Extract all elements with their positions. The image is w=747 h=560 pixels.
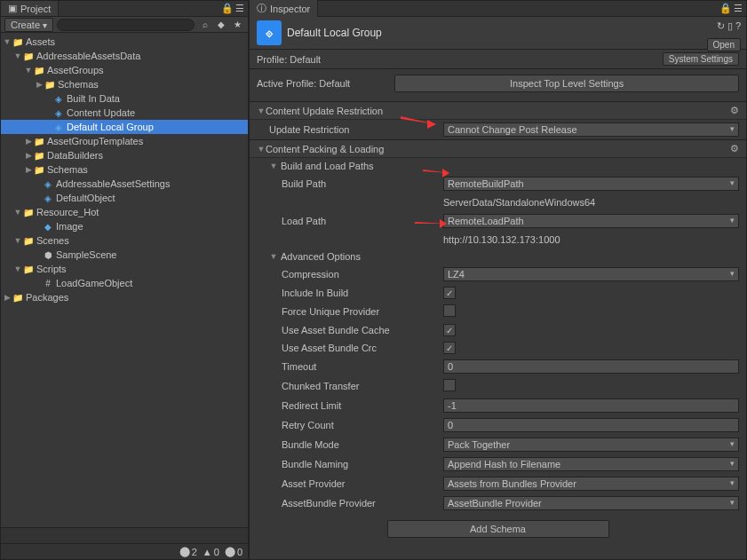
- group-icon: ⟐: [257, 20, 282, 45]
- use-cache-checkbox[interactable]: ✓: [443, 324, 456, 336]
- tree-packages[interactable]: ▶📁Packages: [1, 290, 248, 304]
- compression-dropdown[interactable]: LZ4: [443, 267, 739, 281]
- status-info[interactable]: ⬤0: [225, 546, 242, 557]
- profile-row: Profile: Default System Settings: [250, 50, 746, 69]
- sync-icon[interactable]: ↻: [717, 20, 725, 32]
- field-label: Build Path: [282, 178, 326, 189]
- tree-image[interactable]: ◆Image: [1, 219, 248, 233]
- timeout-field[interactable]: 0: [443, 359, 739, 374]
- project-tab[interactable]: ▣ Project: [1, 1, 59, 16]
- label-filter-icon[interactable]: ◆: [214, 20, 228, 29]
- project-search[interactable]: [57, 19, 195, 31]
- project-tab-label: Project: [20, 4, 51, 14]
- tree-scripts[interactable]: ▼📁Scripts: [1, 262, 248, 276]
- tree-schemas[interactable]: ▶📁Schemas: [1, 77, 248, 91]
- chunked-checkbox[interactable]: [443, 379, 456, 391]
- tree-assets[interactable]: ▼📁Assets: [1, 35, 248, 49]
- system-settings-button[interactable]: System Settings: [663, 52, 739, 66]
- force-unique-checkbox[interactable]: [443, 304, 456, 317]
- row-load-path-static: http://10.130.132.173:1000: [250, 231, 746, 248]
- tree-content-update[interactable]: ◈Content Update: [1, 106, 248, 120]
- tree-default-local-group[interactable]: ◈Default Local Group: [1, 120, 248, 134]
- row-force-unique: Force Unique Provider: [250, 302, 746, 321]
- row-build-load-paths[interactable]: ▼Build and Load Paths: [250, 158, 746, 174]
- row-advanced-options[interactable]: ▼Advanced Options: [250, 248, 746, 264]
- build-path-resolved: ServerData/StandaloneWindows64: [443, 196, 739, 209]
- row-update-restriction: Update Restriction Cannot Change Post Re…: [250, 120, 746, 139]
- section-content-packing[interactable]: ▼Content Packing & Loading ⚙: [250, 139, 746, 158]
- load-path-resolved: http://10.130.132.173:1000: [443, 233, 739, 246]
- project-panel: ▣ Project 🔒 ☰ Create ▾ ⌕ ◆ ★ ▼📁Assets ▼📁…: [0, 0, 249, 560]
- use-crc-checkbox[interactable]: ✓: [443, 342, 456, 354]
- tree-addressable-data[interactable]: ▼📁AddressableAssetsData: [1, 49, 248, 63]
- gear-icon[interactable]: ⚙: [730, 105, 739, 116]
- bundle-provider-dropdown[interactable]: AssetBundle Provider: [443, 496, 739, 510]
- field-label: Retry Count: [282, 420, 334, 430]
- tree-schemas-2[interactable]: ▶📁Schemas: [1, 162, 248, 177]
- create-button[interactable]: Create ▾: [4, 18, 53, 32]
- panel-menu-icon[interactable]: ☰: [235, 3, 244, 14]
- help-icon[interactable]: ?: [735, 20, 741, 32]
- redirect-field[interactable]: -1: [443, 398, 739, 413]
- tree-addressable-settings[interactable]: ◈AddressableAssetSettings: [1, 177, 248, 191]
- row-compression: Compression LZ4: [250, 264, 746, 284]
- field-label: Use Asset Bundle Crc: [282, 343, 377, 353]
- asset-provider-dropdown[interactable]: Assets from Bundles Provider: [443, 477, 739, 491]
- inspector-menu-icon[interactable]: ☰: [734, 3, 743, 14]
- tree-data-builders[interactable]: ▶📁DataBuilders: [1, 148, 248, 162]
- active-profile-row: Active Profile: Default Inspect Top Leve…: [250, 69, 746, 101]
- tree-scenes[interactable]: ▼📁Scenes: [1, 233, 248, 248]
- inspector-lock-icon[interactable]: 🔒: [719, 3, 732, 14]
- row-bundle-mode: Bundle Mode Pack Together: [250, 435, 746, 454]
- row-asset-provider: Asset Provider Assets from Bundles Provi…: [250, 474, 746, 493]
- field-label: Update Restriction: [269, 124, 350, 135]
- project-footer: ⬤2 ▲0 ⬤0: [1, 527, 248, 559]
- inspector-tab-label: Inspector: [270, 4, 310, 14]
- retry-field[interactable]: 0: [443, 418, 739, 432]
- tag-icon[interactable]: ▯: [727, 20, 733, 32]
- tree-asset-groups[interactable]: ▼📁AssetGroups: [1, 63, 248, 77]
- field-label: Use Asset Bundle Cache: [282, 325, 390, 335]
- field-label: Bundle Mode: [282, 439, 339, 450]
- warn-icon: ⬤: [179, 546, 190, 557]
- status-errors[interactable]: ▲0: [203, 547, 219, 557]
- row-use-cache: Use Asset Bundle Cache ✓: [250, 321, 746, 339]
- build-path-dropdown[interactable]: RemoteBuildPath: [443, 177, 739, 191]
- section-content-update[interactable]: ▼Content Update Restriction ⚙: [250, 101, 746, 120]
- open-button[interactable]: Open: [707, 38, 741, 51]
- gear-icon[interactable]: ⚙: [730, 143, 739, 154]
- tree-resource-hot[interactable]: ▼📁Resource_Hot: [1, 205, 248, 219]
- inspector-icon: ⓘ: [257, 2, 266, 15]
- tree-built-in-data[interactable]: ◈Built In Data: [1, 91, 248, 106]
- field-label: AssetBundle Provider: [282, 498, 376, 509]
- project-toolbar: Create ▾ ⌕ ◆ ★: [1, 17, 248, 33]
- row-timeout: Timeout 0: [250, 357, 746, 376]
- add-schema-button[interactable]: Add Schema: [387, 520, 609, 538]
- bundle-mode-dropdown[interactable]: Pack Together: [443, 438, 739, 452]
- project-tab-header: ▣ Project 🔒 ☰: [1, 1, 248, 17]
- tree-default-object[interactable]: ◈DefaultObject: [1, 191, 248, 205]
- load-path-dropdown[interactable]: RemoteLoadPath: [443, 214, 739, 228]
- field-label: Asset Provider: [282, 478, 346, 489]
- lock-icon[interactable]: 🔒: [221, 3, 234, 14]
- save-filter-icon[interactable]: ★: [230, 20, 244, 29]
- inspector-tab[interactable]: ⓘ Inspector: [250, 0, 318, 17]
- row-redirect: Redirect Limit -1: [250, 396, 746, 415]
- filter-icon[interactable]: ⌕: [198, 20, 212, 29]
- inspector-title: Default Local Group: [287, 27, 382, 39]
- section-label: Content Update Restriction: [266, 106, 383, 116]
- row-build-path-static: ServerData/StandaloneWindows64: [250, 193, 746, 211]
- tri-icon: ▲: [203, 547, 212, 557]
- inspector-tab-header: ⓘ Inspector 🔒 ☰: [250, 1, 746, 17]
- status-warnings[interactable]: ⬤2: [179, 546, 197, 557]
- field-label: Timeout: [282, 361, 316, 372]
- inspect-top-level-button[interactable]: Inspect Top Level Settings: [394, 75, 739, 92]
- section-label: Content Packing & Loading: [266, 144, 384, 154]
- update-restriction-dropdown[interactable]: Cannot Change Post Release: [443, 122, 739, 137]
- tree-load-game-object[interactable]: #LoadGameObject: [1, 276, 248, 290]
- include-in-build-checkbox[interactable]: ✓: [443, 287, 456, 299]
- bundle-naming-dropdown[interactable]: Append Hash to Filename: [443, 457, 739, 471]
- tree-sample-scene[interactable]: ⬢SampleScene: [1, 248, 248, 262]
- row-use-crc: Use Asset Bundle Crc ✓: [250, 339, 746, 357]
- tree-asset-group-templates[interactable]: ▶📁AssetGroupTemplates: [1, 134, 248, 148]
